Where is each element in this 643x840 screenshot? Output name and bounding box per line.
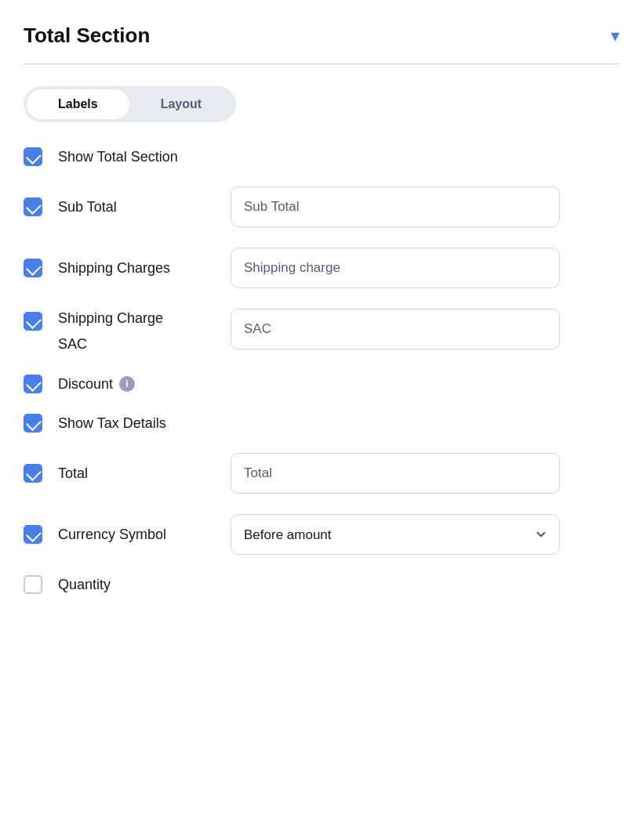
total-checkbox-wrapper (24, 464, 42, 483)
quantity-label: Quantity (58, 577, 215, 593)
tab-toggle: Labels Layout (24, 86, 236, 122)
sub-total-checkbox-wrapper (24, 197, 42, 216)
discount-checkbox-wrapper (24, 375, 42, 393)
shipping-charges-row: Shipping Charges (24, 248, 619, 288)
tab-labels[interactable]: Labels (27, 89, 129, 119)
show-tax-details-label: Show Tax Details (58, 415, 215, 432)
shipping-charge-sac-input[interactable] (231, 309, 560, 349)
show-total-section-row: Show Total Section (24, 147, 619, 166)
sub-total-input[interactable] (231, 186, 560, 227)
shipping-charges-checkbox-wrapper (24, 259, 42, 277)
discount-checkbox[interactable] (24, 375, 42, 393)
currency-symbol-label: Currency Symbol (58, 527, 215, 543)
show-tax-details-checkbox-wrapper (24, 414, 42, 433)
discount-row: Discount i (24, 375, 619, 393)
quantity-row: Quantity (24, 575, 619, 594)
shipping-charges-checkbox[interactable] (24, 259, 42, 277)
discount-info-icon[interactable]: i (119, 376, 135, 392)
quantity-checkbox-wrapper (24, 575, 42, 594)
sub-total-label: Sub Total (58, 199, 215, 215)
discount-label: Discount i (58, 376, 215, 393)
shipping-charge-sac-checkbox[interactable] (24, 312, 42, 331)
currency-symbol-select[interactable]: Before amount After amount (231, 514, 560, 555)
section-title: Total Section (24, 24, 150, 48)
shipping-charge-sac-label: Shipping Charge SAC (58, 309, 215, 354)
shipping-charges-input[interactable] (231, 248, 560, 288)
shipping-charges-label: Shipping Charges (58, 260, 215, 277)
total-checkbox[interactable] (24, 464, 42, 483)
shipping-charge-sac-row: Shipping Charge SAC (24, 309, 619, 354)
sub-total-row: Sub Total (24, 186, 619, 227)
tab-layout[interactable]: Layout (129, 89, 233, 119)
show-total-section-checkbox-wrapper (24, 147, 42, 166)
section-divider (24, 63, 619, 64)
show-total-section-checkbox[interactable] (24, 147, 42, 166)
total-input[interactable] (231, 453, 560, 494)
sub-total-checkbox[interactable] (24, 197, 42, 216)
currency-symbol-checkbox-wrapper (24, 525, 42, 544)
shipping-charge-sac-checkbox-wrapper (24, 312, 42, 331)
show-total-section-label: Show Total Section (58, 149, 215, 165)
total-row: Total (24, 453, 619, 494)
collapse-chevron-icon[interactable]: ▾ (611, 26, 619, 46)
currency-symbol-checkbox[interactable] (24, 525, 42, 544)
total-label: Total (58, 465, 215, 482)
show-tax-details-row: Show Tax Details (24, 414, 619, 433)
currency-symbol-row: Currency Symbol Before amount After amou… (24, 514, 619, 555)
quantity-checkbox[interactable] (24, 575, 42, 594)
show-tax-details-checkbox[interactable] (24, 414, 42, 433)
